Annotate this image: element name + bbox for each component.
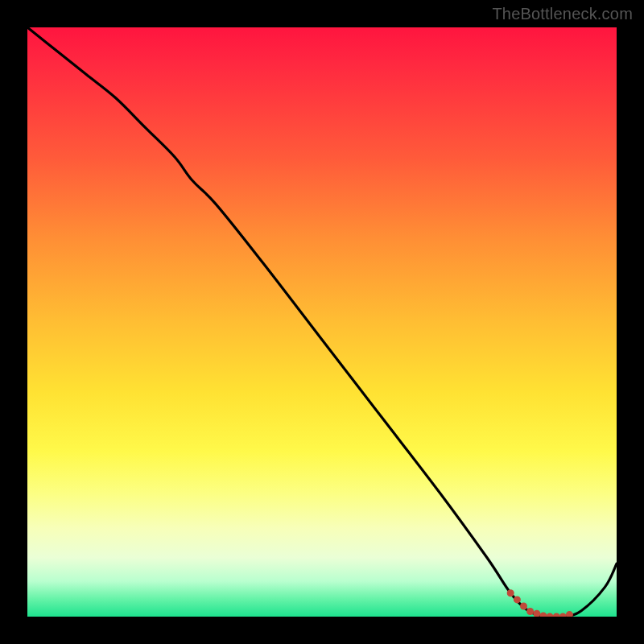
highlight-bead bbox=[566, 611, 573, 617]
attribution-text: TheBottleneck.com bbox=[492, 5, 633, 23]
highlight-bead bbox=[520, 603, 527, 610]
highlight-bead bbox=[526, 608, 534, 615]
highlight-beads bbox=[507, 589, 573, 617]
highlight-bead bbox=[559, 613, 567, 617]
data-curve bbox=[27, 27, 617, 617]
highlight-bead bbox=[553, 613, 560, 617]
plot-area bbox=[27, 27, 617, 617]
highlight-bead bbox=[514, 596, 521, 603]
highlight-bead bbox=[539, 612, 547, 617]
chart-frame: TheBottleneck.com bbox=[0, 0, 644, 644]
highlight-bead bbox=[533, 610, 540, 617]
highlight-bead bbox=[547, 613, 554, 617]
curve-svg bbox=[27, 27, 617, 617]
highlight-bead bbox=[507, 589, 514, 597]
